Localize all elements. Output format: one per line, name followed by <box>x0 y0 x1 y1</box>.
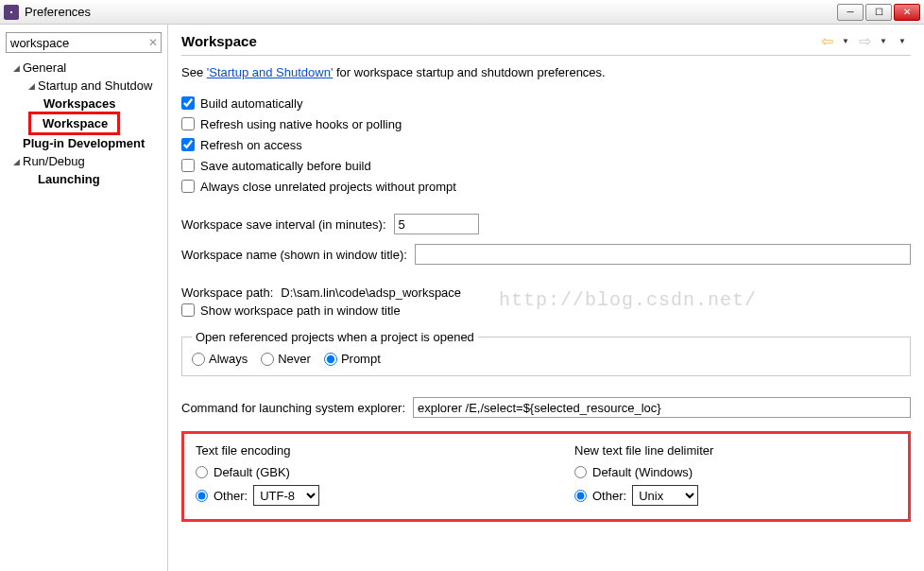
checkbox[interactable] <box>181 117 195 130</box>
forward-menu-icon[interactable]: ▼ <box>875 32 892 49</box>
workspace-path-value: D:\sam.lin\code\adsp_workspace <box>281 286 461 300</box>
radio[interactable] <box>196 490 208 502</box>
delimiter-default[interactable]: Default (Windows) <box>574 465 897 479</box>
filter-input[interactable] <box>6 32 162 53</box>
tree-item-launching[interactable]: Launching <box>4 170 167 188</box>
page-title: Workspace <box>181 33 818 49</box>
workspace-name-input[interactable] <box>415 244 911 265</box>
checkbox[interactable] <box>181 138 195 151</box>
tree-item-general[interactable]: ◢General <box>4 59 167 77</box>
startup-shutdown-link[interactable]: 'Startup and Shutdown' <box>207 65 334 79</box>
referenced-projects-legend: Open referenced projects when a project … <box>192 330 478 344</box>
main-panel: http://blog.csdn.net/ Workspace ⇦ ▼ ⇨ ▼ … <box>168 25 924 571</box>
check-label: Refresh using native hooks or polling <box>200 117 402 131</box>
maximize-button[interactable]: ☐ <box>865 4 892 21</box>
workspace-name-label: Workspace name (shown in window title): <box>181 248 407 262</box>
expand-icon[interactable]: ◢ <box>9 63 23 73</box>
radio[interactable] <box>324 353 337 366</box>
explorer-label: Command for launching system explorer: <box>181 401 405 415</box>
radio-prompt[interactable]: Prompt <box>324 352 381 366</box>
referenced-projects-group: Open referenced projects when a project … <box>181 330 911 376</box>
check-label: Refresh on access <box>200 138 302 152</box>
back-icon[interactable]: ⇦ <box>818 32 835 49</box>
encoding-select[interactable]: UTF-8 <box>253 485 319 506</box>
check-label: Save automatically before build <box>200 159 371 173</box>
check-refresh-access[interactable]: Refresh on access <box>181 134 911 155</box>
title-bar: Preferences ─ ☐ ✕ <box>0 0 924 25</box>
check-label: Always close unrelated projects without … <box>200 180 456 194</box>
tree-item-rundebug[interactable]: ◢Run/Debug <box>4 152 167 170</box>
delimiter-group: New text file line delimiter Default (Wi… <box>574 443 897 506</box>
checkbox[interactable] <box>181 96 195 110</box>
encoding-group: Text file encoding Default (GBK) Other: … <box>196 443 518 506</box>
tree-item-workspaces[interactable]: Workspaces <box>4 95 167 112</box>
forward-icon[interactable]: ⇨ <box>856 32 873 49</box>
sidebar: ✕ ◢General ◢Startup and Shutdow Workspac… <box>0 25 168 571</box>
checkbox[interactable] <box>181 303 195 317</box>
check-show-path[interactable]: Show workspace path in window title <box>181 300 911 320</box>
tree-item-workspace[interactable]: Workspace <box>31 114 108 132</box>
delimiter-heading: New text file line delimiter <box>574 443 897 458</box>
radio-always[interactable]: Always <box>192 352 248 366</box>
expand-icon[interactable]: ◢ <box>25 81 38 91</box>
window-buttons: ─ ☐ ✕ <box>837 4 920 21</box>
view-menu-icon[interactable]: ▼ <box>894 32 911 49</box>
check-build-auto[interactable]: Build automatically <box>181 93 911 113</box>
highlight-box-2: Text file encoding Default (GBK) Other: … <box>181 431 911 522</box>
delimiter-other[interactable]: Other: Unix <box>574 485 897 506</box>
window-title: Preferences <box>25 5 837 19</box>
close-button[interactable]: ✕ <box>894 4 920 21</box>
check-label: Show workspace path in window title <box>200 303 401 318</box>
back-menu-icon[interactable]: ▼ <box>837 32 854 49</box>
check-refresh-native[interactable]: Refresh using native hooks or polling <box>181 113 911 134</box>
intro-text: See 'Startup and Shutdown' for workspace… <box>181 65 911 79</box>
check-close-unrelated[interactable]: Always close unrelated projects without … <box>181 176 911 197</box>
minimize-button[interactable]: ─ <box>837 4 864 21</box>
radio[interactable] <box>196 466 208 478</box>
radio[interactable] <box>574 490 587 502</box>
check-save-before-build[interactable]: Save automatically before build <box>181 155 911 176</box>
encoding-other[interactable]: Other: UTF-8 <box>196 485 518 506</box>
clear-filter-icon[interactable]: ✕ <box>148 36 158 49</box>
expand-icon[interactable]: ◢ <box>9 157 23 166</box>
app-icon <box>4 5 19 20</box>
save-interval-input[interactable] <box>394 214 479 234</box>
encoding-heading: Text file encoding <box>196 443 518 458</box>
tree: ◢General ◢Startup and Shutdow Workspaces… <box>0 59 167 188</box>
tree-item-startup[interactable]: ◢Startup and Shutdow <box>4 77 167 95</box>
radio-never[interactable]: Never <box>261 352 311 366</box>
check-label: Build automatically <box>200 96 302 111</box>
tree-item-plugin[interactable]: Plug-in Development <box>4 134 167 152</box>
workspace-path-label: Workspace path: <box>181 286 273 300</box>
checkbox[interactable] <box>181 180 195 193</box>
radio[interactable] <box>574 466 587 478</box>
explorer-input[interactable] <box>413 397 911 418</box>
radio[interactable] <box>192 353 205 366</box>
save-interval-label: Workspace save interval (in minutes): <box>181 217 386 232</box>
checkbox[interactable] <box>181 159 195 172</box>
highlight-box: Workspace <box>28 112 120 135</box>
radio[interactable] <box>261 353 274 366</box>
delimiter-select[interactable]: Unix <box>632 485 698 506</box>
encoding-default[interactable]: Default (GBK) <box>196 465 518 479</box>
